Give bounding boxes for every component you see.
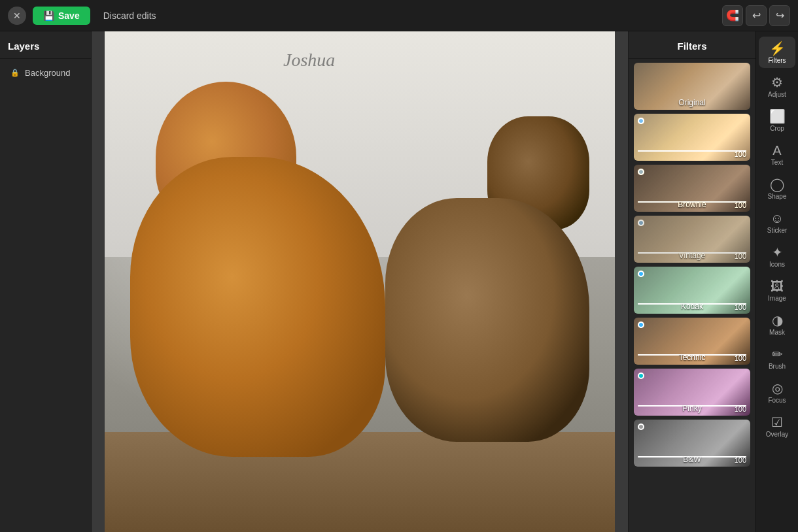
crop-icon: ⬜	[769, 110, 786, 123]
tool-label-image: Image	[768, 295, 786, 302]
topbar: ✕ 💾 Save Discard edits 🧲 ↩ ↪	[0, 0, 798, 31]
magnet-button[interactable]: 🧲	[722, 5, 743, 26]
shape-icon: ◯	[770, 178, 784, 191]
tool-brush[interactable]: ✏Brush	[759, 342, 795, 374]
canvas-image: Joshua	[105, 31, 615, 532]
filter-label: Original	[678, 98, 705, 107]
filter-dot	[638, 424, 644, 430]
filter-item-Pinky[interactable]: Pinky100	[634, 369, 750, 416]
overlay-icon: ☑	[771, 416, 783, 429]
tool-label-sticker: Sticker	[767, 227, 788, 234]
discard-button[interactable]: Discard edits	[97, 7, 163, 25]
layers-title: Layers	[0, 31, 91, 59]
tool-text[interactable]: AText	[759, 139, 795, 170]
tool-label-crop: Crop	[770, 125, 784, 132]
filter-item-1[interactable]: 100	[634, 114, 750, 161]
tool-focus[interactable]: ◎Focus	[759, 376, 795, 408]
filter-item-Vintage[interactable]: Vintage100	[634, 216, 750, 263]
filter-label: B&W	[683, 455, 701, 464]
filter-dot	[638, 373, 644, 379]
tool-label-filters: Filters	[768, 57, 786, 64]
filters-icon: ⚡	[769, 42, 786, 55]
main-area: Layers 🔒 Background Joshua	[0, 31, 798, 532]
sticker-icon: ☺	[771, 212, 784, 225]
dog-big	[130, 82, 385, 457]
filter-label: Kodak	[681, 302, 703, 311]
filter-slider-fill	[638, 150, 746, 152]
filter-label: Pinky	[682, 404, 701, 413]
save-label: Save	[58, 10, 80, 21]
undo-button[interactable]: ↩	[746, 5, 767, 26]
canvas[interactable]: Joshua	[105, 31, 615, 532]
tool-overlay[interactable]: ☑Overlay	[759, 410, 795, 442]
dog-small	[385, 116, 589, 442]
filter-item-Brownie[interactable]: Brownie100	[634, 165, 750, 212]
canvas-area: Joshua	[92, 31, 628, 532]
tool-label-overlay: Overlay	[766, 431, 788, 438]
dog-big-body	[130, 157, 385, 457]
tool-label-shape: Shape	[768, 193, 787, 200]
tool-label-adjust: Adjust	[768, 91, 786, 98]
tool-shape[interactable]: ◯Shape	[759, 173, 795, 204]
tool-adjust[interactable]: ⚙Adjust	[759, 71, 795, 102]
tool-label-mask: Mask	[769, 329, 785, 336]
tool-label-focus: Focus	[768, 397, 786, 404]
save-icon: 💾	[43, 10, 54, 21]
dog-small-body	[385, 198, 589, 442]
filter-item-Kodak[interactable]: Kodak100	[634, 267, 750, 314]
filter-dot	[638, 322, 644, 328]
filter-dot	[638, 271, 644, 277]
filter-dot	[638, 169, 644, 175]
filter-value: 100	[735, 354, 746, 362]
tool-crop[interactable]: ⬜Crop	[759, 105, 795, 136]
filter-item-Original[interactable]: Original	[634, 63, 750, 110]
brush-icon: ✏	[772, 348, 783, 361]
filter-item-B&W[interactable]: B&W100	[634, 420, 750, 467]
icons-icon: ✦	[772, 246, 783, 259]
boat-name-text: Joshua	[283, 50, 335, 71]
mask-icon: ◑	[772, 314, 783, 327]
close-button[interactable]: ✕	[8, 7, 26, 25]
filter-list: Original100Brownie100Vintage100Kodak100T…	[629, 59, 755, 532]
close-icon: ✕	[13, 10, 21, 21]
filter-value: 100	[735, 456, 746, 464]
undo-icon: ↩	[752, 9, 761, 22]
lock-icon: 🔒	[10, 69, 20, 77]
tools-panel: ⚡Filters⚙Adjust⬜CropAText◯Shape☺Sticker✦…	[755, 31, 798, 532]
filter-value: 100	[735, 303, 746, 311]
tool-label-brush: Brush	[769, 363, 786, 370]
filter-value: 100	[735, 405, 746, 413]
tool-label-icons: Icons	[769, 261, 785, 268]
focus-icon: ◎	[772, 382, 783, 395]
undo-redo-group: 🧲 ↩ ↪	[722, 5, 790, 26]
redo-icon: ↪	[776, 9, 784, 22]
filters-panel: Filters Original100Brownie100Vintage100K…	[628, 31, 755, 532]
tool-label-text: Text	[771, 159, 783, 166]
tool-sticker[interactable]: ☺Sticker	[759, 207, 795, 238]
filter-slider[interactable]	[638, 150, 746, 152]
filter-value: 100	[735, 150, 746, 158]
filter-item-Technic[interactable]: Technic100	[634, 318, 750, 365]
layer-background-label: Background	[25, 68, 70, 78]
tool-icons[interactable]: ✦Icons	[759, 241, 795, 272]
filters-title: Filters	[629, 31, 755, 59]
tool-mask[interactable]: ◑Mask	[759, 308, 795, 340]
filter-label: Vintage	[679, 251, 705, 260]
discard-label: Discard edits	[103, 10, 156, 21]
filter-dot	[638, 118, 644, 124]
filter-label: Brownie	[678, 200, 706, 209]
filter-value: 100	[735, 252, 746, 260]
layers-panel: Layers 🔒 Background	[0, 31, 92, 532]
adjust-icon: ⚙	[771, 76, 783, 89]
save-button[interactable]: 💾 Save	[33, 7, 90, 25]
tool-filters[interactable]: ⚡Filters	[759, 37, 795, 68]
redo-button[interactable]: ↪	[769, 5, 790, 26]
filter-dot	[638, 220, 644, 226]
text-icon: A	[772, 144, 781, 157]
filter-value: 100	[735, 201, 746, 209]
layer-item-background[interactable]: 🔒 Background	[4, 61, 87, 84]
tool-image[interactable]: 🖼Image	[759, 274, 795, 306]
image-icon: 🖼	[771, 280, 784, 293]
filter-label: Technic	[679, 353, 706, 362]
